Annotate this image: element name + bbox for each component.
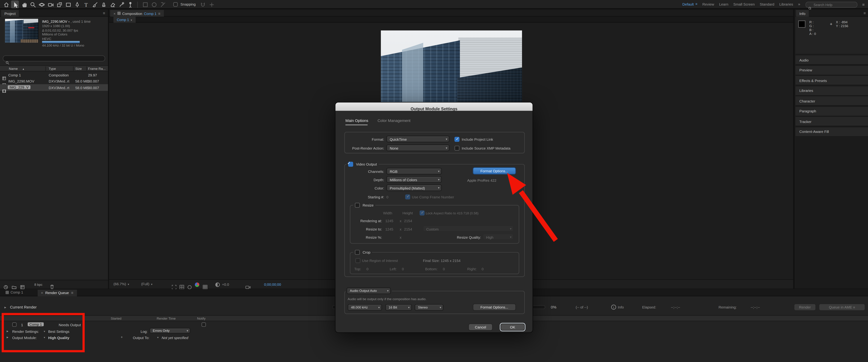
audio-format-options-button[interactable]: Format Options...: [473, 303, 516, 310]
dialog-title-bar[interactable]: Output Module Settings: [335, 102, 532, 111]
workspace-overflow-icon[interactable]: »: [798, 2, 800, 7]
rq-panel-menu-icon[interactable]: ≡: [71, 291, 73, 295]
video-output-checkbox[interactable]: [348, 162, 353, 167]
column-started[interactable]: Started: [111, 317, 122, 321]
panel-tracker[interactable]: Tracker: [796, 117, 868, 126]
panel-character[interactable]: Character: [796, 96, 868, 106]
column-type[interactable]: Type: [49, 67, 56, 71]
snapping-checkbox[interactable]: [173, 2, 178, 7]
project-panel-menu-icon[interactable]: ≡: [103, 11, 105, 16]
pen-tool-icon[interactable]: [73, 1, 81, 8]
composition-panel-menu-icon[interactable]: ≡: [158, 11, 160, 15]
panel-effects-presets[interactable]: Effects & Presets: [796, 76, 868, 85]
queue-in-ame-button[interactable]: Queue in AME ≡: [819, 303, 865, 310]
snapping-option-icon[interactable]: [208, 1, 216, 8]
render-settings-value[interactable]: Best Settings: [48, 330, 69, 333]
ok-button[interactable]: OK: [500, 324, 525, 331]
eraser-tool-icon[interactable]: [108, 1, 116, 8]
format-options-button[interactable]: Format Options...: [473, 167, 516, 174]
audio-rate-dropdown[interactable]: 48.000 kHz▾: [348, 304, 382, 311]
exposure-value[interactable]: +0.0: [222, 282, 229, 287]
table-row[interactable]: IMG_2290.MOV DXV3Med..rt 58.0 MB 30.007: [0, 78, 108, 84]
depth-dropdown[interactable]: Millions of Colors▾: [386, 176, 442, 183]
search-help-input[interactable]: [813, 2, 855, 6]
rq-item-name[interactable]: Comp 1: [28, 322, 43, 326]
column-size[interactable]: Size: [75, 67, 82, 71]
info-icon[interactable]: i: [611, 305, 616, 310]
pan-behind-tool-icon[interactable]: [55, 1, 63, 8]
tab-composition[interactable]: × Composition Comp 1 ≡: [110, 10, 164, 17]
project-search-box[interactable]: [3, 55, 105, 61]
home-icon[interactable]: [2, 1, 10, 8]
cancel-button[interactable]: Cancel: [468, 324, 493, 331]
table-row-selected[interactable]: IMG_229..V DXV3Med..rt 58.0 MB 30.007: [0, 84, 108, 91]
column-notify[interactable]: Notify: [197, 317, 206, 321]
table-row[interactable]: Comp 1 Composition 29.97: [0, 71, 108, 78]
tab-project[interactable]: Project: [1, 10, 19, 17]
disclosure-icon[interactable]: ▸: [4, 305, 6, 309]
render-button[interactable]: Render: [794, 303, 816, 310]
column-name[interactable]: Name: [9, 67, 18, 71]
roto-brush-tool-icon[interactable]: [117, 1, 125, 8]
viewer-tab-comp1[interactable]: Comp 1 ▾: [114, 17, 135, 23]
workspace-menu-icon[interactable]: ≡: [695, 2, 698, 6]
footage-thumbnail[interactable]: [4, 18, 39, 43]
audio-channels-dropdown[interactable]: Stereo▾: [414, 304, 443, 311]
rq-item-checkbox[interactable]: [12, 322, 17, 327]
channels-dropdown[interactable]: RGB▾: [386, 168, 442, 174]
tab-comp1-timeline[interactable]: Comp 1: [5, 290, 23, 295]
workspace-standard[interactable]: Standard: [760, 2, 774, 7]
project-bit-depth[interactable]: 8 bpc: [34, 283, 42, 287]
output-module-value[interactable]: High Quality: [48, 336, 69, 339]
tab-render-queue[interactable]: × Render Queue ≡: [38, 290, 77, 296]
crop-checkbox[interactable]: [355, 250, 360, 255]
hand-tool-icon[interactable]: [20, 1, 28, 8]
puppet-pin-tool-icon[interactable]: [126, 1, 134, 8]
resize-checkbox[interactable]: [355, 203, 360, 208]
disclosure-icon[interactable]: ▸: [7, 335, 8, 339]
search-help-box[interactable]: [805, 1, 857, 7]
tab-main-options[interactable]: Main Options: [345, 118, 368, 123]
add-output-module-icon[interactable]: +: [121, 335, 123, 339]
camera-tool-icon[interactable]: [46, 1, 54, 8]
workspace-small-screen[interactable]: Small Screen: [733, 2, 755, 7]
output-to-value[interactable]: Not yet specified: [162, 336, 188, 339]
tab-info[interactable]: Info: [796, 10, 809, 17]
shape-tool-icon[interactable]: [64, 1, 72, 8]
column-render-time[interactable]: Render Time: [157, 317, 176, 321]
rq-notify-checkbox[interactable]: [202, 322, 206, 327]
close-icon[interactable]: ×: [114, 11, 116, 15]
orbit-camera-tool-icon[interactable]: [38, 1, 45, 8]
channel-icon[interactable]: [195, 282, 199, 287]
workspace-libraries[interactable]: Libraries: [779, 2, 793, 7]
caret-down-icon[interactable]: ▾: [157, 336, 159, 339]
caret-down-icon[interactable]: ▾: [44, 330, 45, 333]
post-render-dropdown[interactable]: None▾: [386, 145, 450, 151]
panel-libraries[interactable]: Libraries: [796, 86, 868, 95]
resolution-dropdown[interactable]: (Full)▾: [141, 282, 152, 286]
column-frame-rate[interactable]: Frame Ra...: [88, 67, 105, 71]
toolbar-menu-icon[interactable]: ≡: [862, 2, 865, 7]
render-info-label[interactable]: Info: [618, 305, 624, 309]
workspace-learn[interactable]: Learn: [719, 2, 728, 7]
panel-paragraph[interactable]: Paragraph: [796, 107, 868, 116]
tab-color-management[interactable]: Color Management: [378, 118, 410, 123]
footage-name-caret-icon[interactable]: ▾: [68, 20, 70, 23]
include-project-link-checkbox[interactable]: [455, 137, 460, 142]
audio-output-dropdown[interactable]: Audio Output Auto▾: [346, 288, 391, 294]
workspace-review[interactable]: Review: [702, 2, 714, 7]
info-panel-menu-icon[interactable]: ≡: [864, 11, 866, 16]
exposure-icon[interactable]: [215, 282, 220, 287]
panel-preview[interactable]: Preview: [796, 66, 868, 75]
timecode[interactable]: 0;00;00;00: [264, 282, 281, 287]
type-tool-icon[interactable]: T: [82, 1, 90, 8]
close-icon[interactable]: ×: [41, 291, 43, 295]
include-xmp-checkbox[interactable]: [455, 146, 460, 151]
zoom-tool-icon[interactable]: [29, 1, 37, 8]
color-dropdown[interactable]: Premultiplied (Matted)▾: [386, 184, 442, 191]
log-dropdown[interactable]: Errors Only▾: [150, 328, 190, 333]
sort-asc-icon[interactable]: ▲: [22, 67, 25, 70]
audio-depth-dropdown[interactable]: 16 Bit▾: [385, 304, 412, 311]
selection-tool-icon[interactable]: [11, 1, 19, 8]
panel-content-aware-fill[interactable]: Content-Aware Fill: [796, 127, 868, 137]
